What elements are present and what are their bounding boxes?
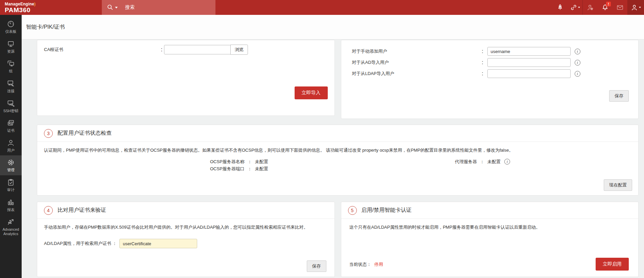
section-title: 配置用户证书状态检查 bbox=[58, 130, 112, 137]
sidebar-item-dashboard[interactable]: 仪表板 bbox=[0, 17, 22, 37]
sidebar-item-resources[interactable]: 资源 bbox=[0, 37, 22, 57]
colon: ： bbox=[248, 165, 252, 172]
sidebar-label: 证书 bbox=[7, 128, 15, 133]
import-now-button[interactable]: 立即导入 bbox=[295, 86, 328, 99]
ldap-users-input[interactable] bbox=[487, 69, 571, 78]
info-icon[interactable]: i bbox=[504, 159, 510, 165]
mapping-row-ldap: 对于从LDAP导入用户 : i bbox=[352, 69, 639, 78]
sidebar-item-advanced-analytics[interactable]: Advanced Analytics bbox=[0, 215, 22, 239]
brand-swoosh-icon: ) bbox=[34, 2, 36, 6]
section-title: 启用/禁用智能卡认证 bbox=[362, 207, 412, 214]
current-status-row: 当前状态： 停用 bbox=[349, 261, 383, 268]
connections-monitor-dish-icon bbox=[7, 79, 15, 87]
global-search-input[interactable]: 搜索 bbox=[102, 0, 215, 15]
section-number-badge: 3 bbox=[44, 129, 53, 138]
resources-monitor-icon bbox=[7, 40, 15, 48]
advanced-analytics-scatter-icon bbox=[7, 218, 15, 226]
enable-now-button[interactable]: 立即启用 bbox=[596, 258, 629, 271]
sidebar-item-groups[interactable]: 组 bbox=[0, 56, 22, 76]
save-button[interactable]: 保存 bbox=[609, 90, 629, 102]
sidebar-item-connections[interactable]: 连接 bbox=[0, 76, 22, 96]
sidebar-label: 连接 bbox=[7, 89, 15, 93]
ad-users-input[interactable] bbox=[487, 58, 571, 67]
ssh-keys-monitor-key-icon bbox=[7, 99, 15, 107]
ldap-users-label: 对于从LDAP导入用户 bbox=[352, 71, 478, 77]
admin-gear-icon bbox=[7, 158, 15, 167]
info-icon[interactable]: i bbox=[575, 71, 580, 77]
content-area: CA根证书 : 浏览 立即导入 对于手动添加用户 : i bbox=[22, 40, 644, 278]
adldap-attribute-input[interactable] bbox=[119, 239, 197, 248]
ocsp-server-port-value: 未配置 bbox=[255, 165, 268, 172]
account-menu[interactable] bbox=[628, 0, 644, 15]
colon: : bbox=[478, 48, 487, 54]
ocsp-server-port-row: OCSP服务器端口 ： 未配置 bbox=[210, 165, 268, 172]
colon: : bbox=[159, 47, 164, 53]
search-scope-caret-icon[interactable] bbox=[115, 7, 118, 8]
sidebar-item-admin[interactable]: 管理 bbox=[0, 155, 22, 175]
info-icon[interactable]: i bbox=[575, 49, 580, 54]
ca-root-cert-label: CA根证书 bbox=[44, 47, 159, 53]
sidebar-item-reports[interactable]: 报表 bbox=[0, 195, 22, 215]
sidebar-label: 管理 bbox=[7, 168, 15, 172]
proxy-server-value: 未配置 bbox=[487, 158, 501, 165]
colon: : bbox=[478, 59, 487, 66]
ca-root-cert-input[interactable] bbox=[164, 45, 231, 54]
notification-bell-icon[interactable]: ! bbox=[598, 0, 613, 15]
adldap-attribute-row: AD/LDAP属性，用于检索用户证书 ： bbox=[37, 239, 335, 248]
manual-users-input[interactable] bbox=[487, 47, 571, 56]
whats-new-rocket-icon[interactable] bbox=[553, 0, 568, 15]
product-name: PAM360 bbox=[5, 7, 36, 13]
info-icon[interactable]: i bbox=[575, 60, 580, 66]
ad-users-label: 对于从AD导入用户 bbox=[352, 59, 478, 66]
ocsp-server-name-row: OCSP服务器名称 ： 未配置 bbox=[210, 158, 268, 165]
current-status-label: 当前状态： bbox=[349, 261, 371, 268]
section-number-badge: 5 bbox=[348, 206, 357, 215]
enable-description: 这个只有在AD/LDAP属性禁用的时候才能启用，PMP服务器需要在启用智能卡认证… bbox=[341, 219, 639, 231]
section-number-badge: 4 bbox=[44, 206, 53, 215]
proxy-server-row: 代理服务器 ： 未配置 i bbox=[455, 158, 510, 165]
brand-name: ManageEngine bbox=[5, 2, 34, 6]
mail-icon[interactable] bbox=[613, 0, 627, 15]
sidebar-label: 报表 bbox=[7, 208, 15, 212]
sidebar-item-audit[interactable]: 审计 bbox=[0, 175, 22, 195]
quick-links-icon[interactable] bbox=[568, 0, 582, 15]
manual-users-label: 对于手动添加用户 bbox=[352, 48, 478, 54]
groups-monitors-icon bbox=[7, 59, 15, 68]
sidebar-label: 审计 bbox=[7, 188, 15, 192]
colon: : bbox=[478, 71, 487, 77]
account-caret-icon bbox=[639, 7, 641, 8]
configure-now-button[interactable]: 现在配置 bbox=[604, 179, 632, 191]
ocsp-description: 认证期间，PMP使用证书中的可用信息，检查证书关于OCSP服务器的撤销状态。如果… bbox=[37, 142, 638, 154]
page-title-bar: 智能卡/PIK/证书 bbox=[22, 15, 644, 40]
section-title: 比对用户证书来验证 bbox=[58, 207, 106, 214]
dashboard-gauge-icon bbox=[7, 20, 15, 28]
audit-clipboard-icon bbox=[7, 178, 15, 186]
top-header: ManageEngine) PAM360 搜索 ! bbox=[0, 0, 644, 15]
save-button[interactable]: 保存 bbox=[307, 260, 326, 272]
browse-button[interactable]: 浏览 bbox=[230, 45, 248, 55]
header-icon-bar: ! bbox=[553, 0, 644, 15]
search-placeholder: 搜索 bbox=[125, 4, 135, 10]
sidebar-item-certificates[interactable]: 证书 bbox=[0, 116, 22, 136]
users-person-icon bbox=[7, 139, 15, 147]
colon: ： bbox=[248, 158, 252, 165]
sidebar-label: 组 bbox=[9, 69, 13, 73]
user-star-icon[interactable] bbox=[583, 0, 598, 15]
sidebar-label: 用户 bbox=[7, 148, 15, 153]
panel-compare-cert: 4 比对用户证书来验证 手动添加用户，存储在PMP数据库的X.509证书会比对用… bbox=[37, 202, 335, 277]
ocsp-server-port-label: OCSP服务器端口 bbox=[210, 165, 245, 172]
mapping-row-ad: 对于从AD导入用户 : i bbox=[352, 58, 639, 67]
adldap-attribute-label: AD/LDAP属性，用于检索用户证书 ： bbox=[44, 241, 117, 247]
panel-user-mapping: 对于手动添加用户 : i 对于从AD导入用户 : i 对于从LDAP导入用户 : bbox=[341, 40, 639, 119]
panel-enable-smartcard: 5 启用/禁用智能卡认证 这个只有在AD/LDAP属性禁用的时候才能启用，PMP… bbox=[341, 202, 639, 277]
colon: ： bbox=[480, 158, 484, 165]
sidebar-item-ssh-keys[interactable]: SSH密钥 bbox=[0, 96, 22, 116]
sidebar-label: Advanced Analytics bbox=[1, 227, 21, 236]
sidebar-item-users[interactable]: 用户 bbox=[0, 136, 22, 156]
ocsp-server-name-value: 未配置 bbox=[255, 158, 268, 165]
panel-import-ca-cert: CA根证书 : 浏览 立即导入 bbox=[37, 40, 335, 116]
brand-logo[interactable]: ManageEngine) PAM360 bbox=[5, 2, 36, 13]
page-title: 智能卡/PIK/证书 bbox=[26, 24, 65, 31]
compare-description: 手动添加用户，存储在PMP数据库的X.509证书会比对用户提供的。对于用户从AD… bbox=[37, 219, 335, 231]
ocsp-server-name-label: OCSP服务器名称 bbox=[210, 158, 245, 165]
